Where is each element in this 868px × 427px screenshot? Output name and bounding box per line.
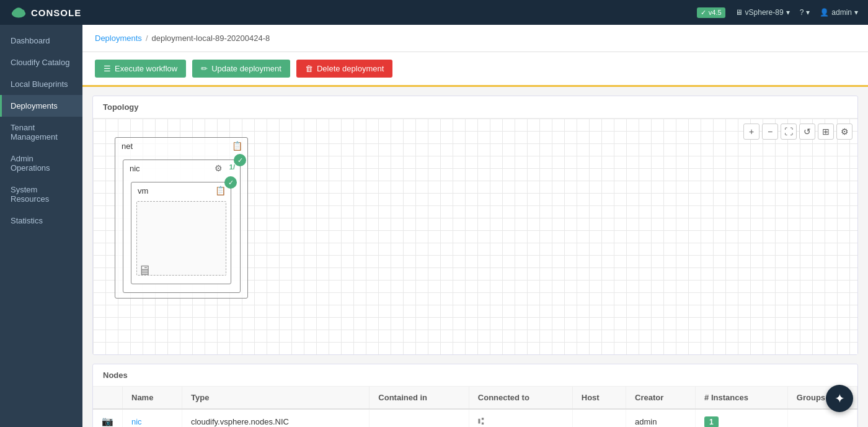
- node-creator-cell: admin: [626, 409, 696, 427]
- sidebar-item-system-resources[interactable]: System Resources: [0, 179, 82, 210]
- col-icon: [93, 387, 123, 409]
- vsphere-selector[interactable]: 🖥 vSphere-89 ▾: [735, 8, 790, 17]
- topology-controls: + − ⛶ ↺ ⊞ ⚙: [743, 124, 852, 140]
- zoom-out-button[interactable]: −: [762, 124, 778, 140]
- chevron-down-icon: ▾: [854, 8, 858, 17]
- topo-server-icon: 🖥: [138, 263, 151, 279]
- camera-icon: 📷: [102, 416, 113, 426]
- header-left: CONSOLE: [10, 6, 81, 19]
- breadcrumb-separator: /: [146, 34, 148, 43]
- breadcrumb-parent[interactable]: Deployments: [95, 34, 142, 43]
- edit-icon: ✏: [201, 64, 208, 73]
- col-contained-in: Contained in: [370, 387, 469, 409]
- sidebar-item-deployments[interactable]: Deployments: [0, 95, 82, 117]
- menu-icon: ☰: [104, 64, 111, 73]
- topology-canvas[interactable]: + − ⛶ ↺ ⊞ ⚙ net 📋 nic ✓ ⚙ 1/: [93, 119, 857, 354]
- topo-vm-success-badge: ✓: [224, 176, 237, 189]
- topo-nic-gear-icon: ⚙: [215, 163, 223, 173]
- layout-button[interactable]: ⊞: [818, 124, 834, 140]
- cloud-icon: [10, 6, 27, 19]
- version-badge: ✓ v4.5: [697, 7, 725, 18]
- node-type-cell: cloudify.vsphere.nodes.NIC: [182, 409, 369, 427]
- col-creator: Creator: [626, 387, 696, 409]
- server-icon: 🖥: [735, 8, 743, 17]
- nodes-section: Nodes Name Type Contained in Connected t…: [92, 364, 858, 427]
- breadcrumb-current: deployment-local-89-20200424-8: [152, 34, 270, 43]
- topology-section-header: Topology: [93, 96, 857, 119]
- sidebar-item-cloudify-catalog[interactable]: Cloudify Catalog: [0, 52, 82, 73]
- col-type: Type: [182, 387, 369, 409]
- admin-menu[interactable]: 👤 admin ▾: [820, 8, 858, 17]
- topo-net-icon: 📋: [232, 141, 242, 151]
- nodes-table: Name Type Contained in Connected to Host…: [93, 387, 857, 427]
- app-layout: Dashboard Cloudify Catalog Local Bluepri…: [0, 25, 868, 427]
- nodes-section-header: Nodes: [93, 364, 857, 387]
- sidebar: Dashboard Cloudify Catalog Local Bluepri…: [0, 25, 82, 427]
- table-row: 📷 nic cloudify.vsphere.nodes.NIC ⑆ admin: [93, 409, 857, 427]
- fab-button[interactable]: ✦: [826, 385, 853, 412]
- breadcrumb: Deployments / deployment-local-89-202004…: [82, 25, 868, 52]
- connected-to-icon: ⑆: [478, 416, 484, 426]
- nodes-table-header-row: Name Type Contained in Connected to Host…: [93, 387, 857, 409]
- reset-button[interactable]: ↺: [799, 124, 815, 140]
- node-instances-cell: 1: [696, 409, 788, 427]
- topo-nic-count: 1/: [229, 163, 235, 171]
- main-content: Deployments / deployment-local-89-202004…: [82, 25, 868, 427]
- col-name: Name: [123, 387, 182, 409]
- topo-vm-label: vm: [138, 186, 148, 196]
- fit-button[interactable]: ⛶: [781, 124, 797, 140]
- node-connected-cell: ⑆: [469, 409, 572, 427]
- delete-deployment-button[interactable]: 🗑 Delete deployment: [296, 60, 392, 78]
- app-header: CONSOLE ✓ v4.5 🖥 vSphere-89 ▾ ? ▾ 👤 admi…: [0, 0, 868, 25]
- topo-vm-icon: 📋: [215, 186, 226, 196]
- check-icon: ✓: [701, 9, 706, 17]
- sidebar-item-statistics[interactable]: Statistics: [0, 210, 82, 231]
- node-icon-cell: 📷: [93, 409, 123, 427]
- sidebar-item-admin-operations[interactable]: Admin Operations: [0, 148, 82, 179]
- topo-nic-label: nic: [130, 164, 140, 173]
- sidebar-item-dashboard[interactable]: Dashboard: [0, 30, 82, 52]
- svg-point-3: [14, 7, 23, 14]
- col-host: Host: [572, 387, 626, 409]
- app-logo: CONSOLE: [10, 6, 81, 19]
- deployment-toolbar: ☰ Execute workflow ✏ Update deployment 🗑…: [82, 52, 868, 87]
- chevron-down-icon: ▾: [786, 8, 790, 17]
- node-groups-cell: [787, 409, 857, 427]
- fab-icon: ✦: [835, 391, 845, 406]
- topo-nic-success-badge: ✓: [234, 154, 246, 166]
- help-menu[interactable]: ? ▾: [800, 8, 810, 17]
- sidebar-item-tenant-management[interactable]: Tenant Management: [0, 117, 82, 148]
- instances-badge: 1: [704, 416, 719, 428]
- execute-workflow-button[interactable]: ☰ Execute workflow: [95, 60, 186, 78]
- zoom-in-button[interactable]: +: [743, 124, 760, 140]
- sidebar-item-local-blueprints[interactable]: Local Blueprints: [0, 73, 82, 95]
- node-contained-cell: [370, 409, 469, 427]
- chevron-down-icon: ▾: [806, 8, 810, 17]
- node-nic-link[interactable]: nic: [131, 417, 142, 426]
- node-name-cell: nic: [123, 409, 182, 427]
- col-instances: # Instances: [696, 387, 788, 409]
- topo-net-node[interactable]: net 📋 nic ✓ ⚙ 1/ vm 📋 ✓: [115, 137, 248, 299]
- col-connected-to: Connected to: [469, 387, 572, 409]
- topo-net-label: net: [122, 142, 133, 151]
- header-right: ✓ v4.5 🖥 vSphere-89 ▾ ? ▾ 👤 admin ▾: [697, 7, 858, 18]
- topology-section: Topology + − ⛶ ↺ ⊞ ⚙ net 📋: [92, 96, 858, 355]
- user-icon: 👤: [820, 8, 829, 17]
- trash-icon: 🗑: [305, 64, 313, 73]
- node-host-cell: [572, 409, 626, 427]
- topo-nic-node[interactable]: nic ✓ ⚙ 1/ vm 📋 ✓ 🖥: [123, 160, 241, 293]
- settings-button[interactable]: ⚙: [836, 124, 852, 140]
- topo-vm-node[interactable]: vm 📋 ✓ 🖥: [131, 182, 231, 284]
- update-deployment-button[interactable]: ✏ Update deployment: [192, 60, 290, 78]
